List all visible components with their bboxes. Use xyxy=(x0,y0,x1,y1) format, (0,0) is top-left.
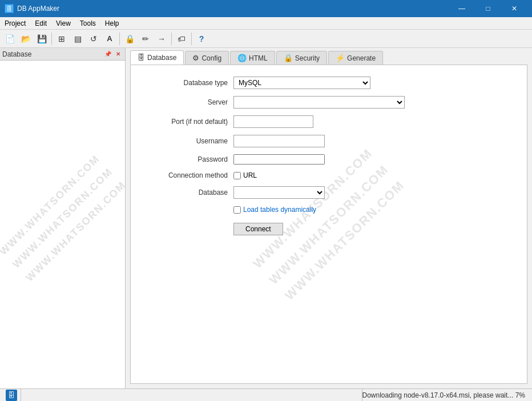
menu-view[interactable]: View xyxy=(51,17,75,29)
app-title: DB AppMaker xyxy=(17,5,59,13)
tab-html-label: HTML xyxy=(249,54,268,62)
status-message: Downloading node-v8.17.0-x64.msi, please… xyxy=(362,391,530,399)
server-label: Server xyxy=(142,98,233,106)
database-select-label: Database xyxy=(142,189,233,197)
username-label: Username xyxy=(142,137,233,145)
save-button[interactable]: 💾 xyxy=(34,31,49,46)
status-center-panel xyxy=(21,389,362,401)
tab-security[interactable]: 🔒 Security xyxy=(276,51,327,65)
config-tab-icon: ⚙ xyxy=(192,54,199,62)
text-button[interactable]: A xyxy=(102,31,117,46)
toolbar-sep2 xyxy=(119,33,120,45)
lock-button[interactable]: 🔒 xyxy=(122,31,137,46)
menu-help[interactable]: Help xyxy=(100,17,124,29)
username-control xyxy=(233,135,515,147)
database-select[interactable] xyxy=(233,186,325,199)
status-db-icon[interactable]: 🗄 xyxy=(6,390,17,401)
database-type-label: Database type xyxy=(142,79,233,87)
server-row: Server xyxy=(142,96,515,109)
title-bar: 🗄 DB AppMaker — □ ✕ xyxy=(0,0,532,17)
database-tab-icon: 🗄 xyxy=(138,53,145,62)
server-select[interactable] xyxy=(233,96,405,109)
port-input[interactable] xyxy=(233,115,313,128)
tag-button[interactable]: 🏷 xyxy=(174,31,189,46)
database-select-control xyxy=(233,186,515,199)
tab-generate-label: Generate xyxy=(347,54,376,62)
tab-config-label: Config xyxy=(201,54,221,62)
server-control xyxy=(233,96,515,109)
status-bar: 🗄 Downloading node-v8.17.0-x64.msi, plea… xyxy=(0,388,532,401)
maximize-button[interactable]: □ xyxy=(475,0,501,17)
port-label: Port (if not default) xyxy=(142,118,233,126)
pencil-button[interactable]: ✏ xyxy=(138,31,153,46)
load-tables-text: Load tables dynamically xyxy=(243,206,316,214)
tab-security-label: Security xyxy=(295,54,320,62)
close-button[interactable]: ✕ xyxy=(501,0,527,17)
menu-edit[interactable]: Edit xyxy=(30,17,51,29)
minimize-button[interactable]: — xyxy=(449,0,475,17)
open-button[interactable]: 📂 xyxy=(18,31,33,46)
toolbar-sep1 xyxy=(51,33,52,45)
new-button[interactable]: 📄 xyxy=(2,31,17,46)
password-control xyxy=(233,154,515,165)
connection-method-row: Connection method URL xyxy=(142,171,515,179)
tab-content-database: WWW.WHATSORN.COMWWW.WHATSORN.COMWWW.WHAT… xyxy=(130,65,527,384)
security-tab-icon: 🔒 xyxy=(284,54,293,62)
port-row: Port (if not default) xyxy=(142,115,515,128)
database-type-control: MySQL PostgreSQL SQLite MSSQL xyxy=(233,77,515,89)
database-row: Database xyxy=(142,186,515,199)
database-type-row: Database type MySQL PostgreSQL SQLite MS… xyxy=(142,77,515,89)
username-input[interactable] xyxy=(233,135,325,147)
left-panel-title: Database xyxy=(2,50,31,58)
tab-config[interactable]: ⚙ Config xyxy=(185,51,229,65)
connection-method-checkbox[interactable] xyxy=(233,172,241,179)
left-panel: Database 📌 ✕ WWW.WHATSORN.COMWWW.WHATSOR… xyxy=(0,48,126,388)
tab-generate[interactable]: ⚡ Generate xyxy=(328,51,383,65)
port-control xyxy=(233,115,515,128)
database-type-select[interactable]: MySQL PostgreSQL SQLite MSSQL xyxy=(233,77,370,89)
help-button[interactable]: ? xyxy=(194,31,209,46)
load-tables-checkbox[interactable] xyxy=(233,206,241,214)
html-tab-icon: 🌐 xyxy=(237,54,247,62)
toolbar-sep4 xyxy=(191,33,192,45)
menu-bar: Project Edit View Tools Help xyxy=(0,17,532,30)
move-button[interactable]: → xyxy=(154,31,169,46)
tab-database-label: Database xyxy=(147,54,176,62)
menu-project[interactable]: Project xyxy=(0,17,30,29)
tab-database[interactable]: 🗄 Database xyxy=(130,50,184,65)
panel-close-icon[interactable]: ✕ xyxy=(114,50,123,59)
main-content: Database 📌 ✕ WWW.WHATSORN.COMWWW.WHATSOR… xyxy=(0,48,532,388)
connection-method-label: Connection method xyxy=(142,171,233,179)
tab-bar: 🗄 Database ⚙ Config 🌐 HTML 🔒 Security ⚡ … xyxy=(126,48,532,65)
password-row: Password xyxy=(142,154,515,165)
load-tables-row: Load tables dynamically xyxy=(142,206,515,214)
url-label: URL xyxy=(243,171,257,179)
tab-html[interactable]: 🌐 HTML xyxy=(230,51,275,65)
menu-tools[interactable]: Tools xyxy=(75,17,100,29)
password-input[interactable] xyxy=(233,154,325,165)
app-icon: 🗄 xyxy=(5,4,14,13)
table-button[interactable]: ▤ xyxy=(70,31,85,46)
arrow-button[interactable]: ↺ xyxy=(86,31,101,46)
connection-method-control: URL xyxy=(233,171,515,179)
toolbar-sep3 xyxy=(171,33,172,45)
load-tables-label[interactable]: Load tables dynamically xyxy=(233,206,316,214)
left-panel-header: Database 📌 ✕ xyxy=(0,48,125,61)
connect-button[interactable]: Connect xyxy=(233,223,283,235)
panel-pin-icon[interactable]: 📌 xyxy=(103,50,112,59)
connect-btn-row: Connect xyxy=(142,223,515,235)
right-content: 🗄 Database ⚙ Config 🌐 HTML 🔒 Security ⚡ … xyxy=(126,48,532,388)
username-row: Username xyxy=(142,135,515,147)
toolbar: 📄 📂 💾 ⊞ ▤ ↺ A 🔒 ✏ → 🏷 ? xyxy=(0,30,532,48)
grid-button[interactable]: ⊞ xyxy=(54,31,69,46)
status-icon-panel: 🗄 xyxy=(2,389,21,401)
generate-tab-icon: ⚡ xyxy=(336,54,345,62)
left-panel-watermark: WWW.WHATSORN.COMWWW.WHATSORN.COMWWW.WHAT… xyxy=(0,150,130,286)
password-label: Password xyxy=(142,155,233,163)
